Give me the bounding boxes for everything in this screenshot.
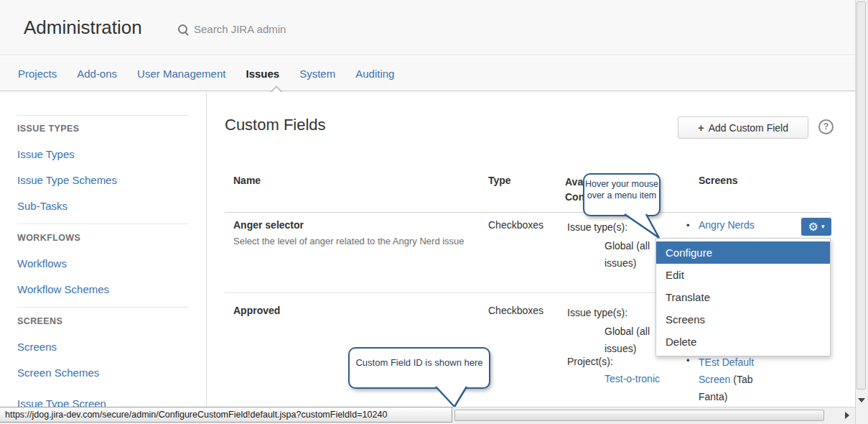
column-header-name: Name xyxy=(233,175,261,186)
column-header-screens: Screens xyxy=(699,175,737,186)
search-icon-handle xyxy=(185,32,189,36)
menu-item-configure[interactable]: Configure xyxy=(656,241,830,264)
page-title: Administration xyxy=(24,17,142,39)
context-issue-types-value: Global (all issues) xyxy=(605,237,662,272)
list-bullet: • xyxy=(686,355,690,366)
sidebar-group-screens: SCREENS xyxy=(17,316,62,326)
callout-menu-tip: Hover your mouse over a menu item xyxy=(583,173,661,216)
list-bullet: • xyxy=(686,220,690,231)
scroll-down-icon[interactable] xyxy=(858,398,865,402)
callout-field-id-tip-tail xyxy=(431,384,474,410)
sidebar-item-screen-schemes[interactable]: Screen Schemes xyxy=(17,367,99,379)
menu-item-translate[interactable]: Translate xyxy=(656,286,830,308)
project-link-test-o-tronic[interactable]: Test-o-tronic xyxy=(605,373,660,384)
context-issue-types-label: Issue type(s): xyxy=(567,307,627,318)
nav-tab-system[interactable]: System xyxy=(299,68,335,80)
field-name: Anger selector xyxy=(233,219,304,231)
menu-item-screens[interactable]: Screens xyxy=(656,308,830,331)
sidebar-rule xyxy=(17,115,188,116)
nav-tab-addons[interactable]: Add-ons xyxy=(77,68,117,80)
admin-header: Administration Search JIRA admin xyxy=(0,0,868,55)
nav-tab-user-management[interactable]: User Management xyxy=(137,68,225,80)
active-tab-pointer-fill xyxy=(271,88,281,93)
nav-tab-issues[interactable]: Issues xyxy=(246,68,279,80)
callout-menu-tip-tail xyxy=(614,212,664,241)
chevron-down-icon: ▾ xyxy=(821,223,825,230)
field-description: Select the level of anger related to the… xyxy=(233,234,476,248)
search-placeholder: Search JIRA admin xyxy=(194,23,286,35)
admin-nav: Projects Add-ons User Management Issues … xyxy=(0,56,868,91)
sidebar-item-workflow-schemes[interactable]: Workflow Schemes xyxy=(17,283,109,295)
context-projects-label: Project(s): xyxy=(567,356,613,367)
sidebar-divider xyxy=(206,92,207,407)
callout-field-id-tip: Custom Field ID is shown here xyxy=(348,347,490,389)
section-title: Custom Fields xyxy=(225,116,326,134)
sidebar-rule xyxy=(17,307,188,308)
field-actions-menu: Configure Edit Translate Screens Delete xyxy=(655,238,831,356)
screen-entry: TEst Default Screen (Tab Fanta) xyxy=(699,354,770,405)
field-name: Approved xyxy=(233,305,280,316)
sidebar-item-screens[interactable]: Screens xyxy=(17,341,57,353)
nav-tab-auditing[interactable]: Auditing xyxy=(355,68,394,80)
screen-link-angry-nerds[interactable]: Angry Nerds xyxy=(699,219,755,231)
vertical-scrollbar-thumb[interactable] xyxy=(857,1,866,390)
jira-admin-window: Administration Search JIRA admin Project… xyxy=(0,0,868,424)
add-custom-field-label: Add Custom Field xyxy=(709,122,788,134)
status-bar-url: https://jdog.jira-dev.com/secure/admin/C… xyxy=(0,407,452,423)
gear-icon: ⚙ xyxy=(808,221,818,233)
field-type: Checkboxes xyxy=(488,219,543,231)
sidebar-rule xyxy=(17,223,188,224)
field-type: Checkboxes xyxy=(488,305,543,316)
column-header-type: Type xyxy=(488,175,511,186)
menu-item-edit[interactable]: Edit xyxy=(656,264,830,286)
help-icon[interactable]: ? xyxy=(818,119,834,134)
sidebar-group-workflows: WORKFLOWS xyxy=(17,233,80,243)
sidebar-item-sub-tasks[interactable]: Sub-Tasks xyxy=(17,200,67,212)
table-header-rule xyxy=(225,212,831,213)
scroll-right-icon[interactable] xyxy=(845,412,849,419)
context-issue-types-value: Global (all issues) xyxy=(605,323,662,357)
nav-tab-projects[interactable]: Projects xyxy=(18,68,57,80)
add-custom-field-button[interactable]: + Add Custom Field xyxy=(678,116,808,139)
plus-icon: + xyxy=(698,121,704,134)
sidebar-item-issue-types[interactable]: Issue Types xyxy=(17,148,75,160)
horizontal-scrollbar-thumb[interactable] xyxy=(454,410,824,421)
field-actions-button[interactable]: ⚙ ▾ xyxy=(801,218,831,236)
menu-item-delete[interactable]: Delete xyxy=(656,331,830,353)
sidebar-item-issue-type-schemes[interactable]: Issue Type Schemes xyxy=(17,174,117,186)
sidebar-group-issue-types: ISSUE TYPES xyxy=(17,124,79,134)
sidebar-item-workflows[interactable]: Workflows xyxy=(17,257,67,269)
